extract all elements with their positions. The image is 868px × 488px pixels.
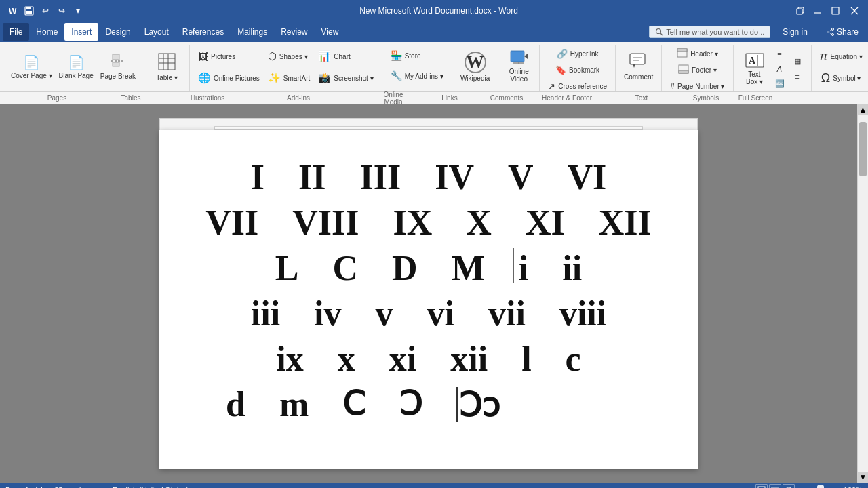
- chart-button[interactable]: 📊 Chart: [315, 46, 376, 66]
- text-option1-button[interactable]: ≡: [772, 47, 788, 61]
- menu-insert[interactable]: Insert: [64, 23, 98, 41]
- save-quick-button[interactable]: [22, 3, 37, 18]
- undo-quick-button[interactable]: ↩: [38, 3, 53, 18]
- equation-button[interactable]: π Equation ▾: [817, 46, 865, 66]
- header-button[interactable]: Header ▾: [667, 46, 727, 61]
- roman-X: X: [466, 203, 492, 243]
- cover-page-button[interactable]: 📄 Cover Page ▾: [8, 46, 55, 87]
- menu-design[interactable]: Design: [98, 23, 137, 41]
- roman-viii-lower: viii: [559, 293, 606, 333]
- restore-window-button[interactable]: [792, 3, 808, 19]
- window-title: New Microsoft Word Document.docx - Word: [85, 6, 792, 16]
- roman-l-lower: l: [521, 339, 531, 379]
- redo-quick-button[interactable]: ↪: [54, 3, 69, 18]
- share-button[interactable]: Share: [820, 25, 865, 39]
- header-label: Header ▾: [690, 50, 718, 58]
- maximize-button[interactable]: [827, 3, 844, 19]
- screenshot-button[interactable]: 📸 Screenshot ▾: [315, 68, 376, 88]
- table-button[interactable]: Table ▾: [150, 46, 184, 87]
- my-addins-button[interactable]: 🔧 My Add-ins ▾: [388, 66, 446, 85]
- scroll-up-button[interactable]: ▲: [858, 104, 868, 115]
- svg-line-11: [660, 33, 663, 36]
- menu-home[interactable]: Home: [29, 23, 64, 41]
- bookmark-button[interactable]: 🔖 Bookmark: [545, 62, 610, 77]
- shapes-button[interactable]: ⬡ Shapes ▾: [265, 46, 313, 66]
- minimize-button[interactable]: [810, 3, 826, 19]
- scrollbar-vertical[interactable]: ▲ ▼: [857, 104, 868, 483]
- roman-ii-lower: ii: [562, 248, 582, 288]
- scroll-track[interactable]: [858, 115, 868, 472]
- equation-label: Equation ▾: [831, 53, 863, 60]
- online-video-button[interactable]: OnlineVideo: [504, 46, 534, 87]
- hyperlink-button[interactable]: 🔗 Hyperlink: [545, 46, 610, 61]
- online-pictures-button[interactable]: 🌐 Online Pictures: [195, 68, 262, 88]
- roman-vii-lower: vii: [488, 293, 526, 333]
- print-layout-view-button[interactable]: [755, 484, 768, 488]
- read-mode-view-button[interactable]: [769, 484, 781, 488]
- roman-iv-lower: iv: [314, 293, 341, 333]
- close-button[interactable]: [846, 3, 863, 19]
- pictures-button[interactable]: 🖼 Pictures: [195, 46, 262, 66]
- menu-layout[interactable]: Layout: [138, 23, 176, 41]
- text-box-button[interactable]: A TextBox ▾: [739, 49, 770, 89]
- roman-row-2: VII VIII IX X XI XII: [214, 203, 644, 243]
- store-button[interactable]: 🏪 Store: [388, 46, 446, 65]
- search-bar[interactable]: Tell me what you want to do...: [649, 26, 770, 38]
- footer-label: Footer ▾: [692, 66, 717, 74]
- svg-rect-20: [159, 54, 175, 70]
- footer-button[interactable]: Footer ▾: [667, 62, 727, 77]
- scroll-thumb[interactable]: [859, 122, 867, 176]
- cross-reference-button[interactable]: ↗ Cross-reference: [545, 79, 610, 92]
- addins-group-label: Add-ins: [264, 94, 332, 102]
- menu-mailings[interactable]: Mailings: [231, 23, 274, 41]
- web-view-button[interactable]: [783, 484, 795, 488]
- quick-access-toolbar: W ↩ ↪ ▾: [5, 3, 85, 18]
- wikipedia-button[interactable]: W Wikipedia: [458, 46, 492, 87]
- online-video-icon: [510, 50, 528, 66]
- ribbon-group-symbols: π Equation ▾ Ω Symbol ▾: [812, 45, 869, 92]
- ribbon-group-online-media: OnlineVideo: [498, 45, 540, 92]
- comment-button[interactable]: Comment: [621, 46, 656, 87]
- ribbon-group-header-footer: Header ▾ Footer ▾ # Page Number ▾: [662, 45, 733, 92]
- roman-i-lower: i: [519, 248, 528, 288]
- svg-point-13: [831, 34, 833, 36]
- roman-VI: VI: [568, 157, 607, 197]
- menu-view[interactable]: View: [315, 23, 346, 41]
- blank-page-button[interactable]: 📄 Blank Page: [56, 46, 96, 87]
- text-option4-button[interactable]: ▦: [789, 55, 806, 68]
- menu-file[interactable]: File: [3, 23, 29, 41]
- bookmark-icon: 🔖: [555, 65, 566, 75]
- view-buttons: [755, 484, 795, 488]
- text-option4-icon: ▦: [794, 57, 801, 66]
- menu-review[interactable]: Review: [274, 23, 314, 41]
- text-option2-button[interactable]: A: [772, 62, 788, 76]
- menu-references[interactable]: References: [176, 23, 231, 41]
- svg-text:W: W: [9, 7, 17, 16]
- symbols-group-label: Symbols: [675, 94, 736, 102]
- text-option3-button[interactable]: 🔤: [772, 77, 788, 91]
- pictures-icon: 🖼: [198, 51, 208, 62]
- page-number-icon: #: [670, 81, 675, 91]
- page-number-button[interactable]: # Page Number ▾: [667, 79, 727, 92]
- status-bar-left: Page 1 of 1 35 words ✓ English (United S…: [5, 486, 189, 489]
- smartart-button[interactable]: ✨ SmartArt: [265, 68, 313, 88]
- ribbon-group-links: 🔗 Hyperlink 🔖 Bookmark ↗ Cross-reference: [540, 45, 616, 92]
- text-option5-button[interactable]: ≡: [789, 70, 806, 83]
- sign-in-button[interactable]: Sign in: [776, 25, 814, 39]
- online-media-group-label: Online Media: [374, 91, 412, 106]
- symbol-label: Symbol ▾: [833, 75, 861, 82]
- document-page[interactable]: I II III IV V VI VII VIII IX X XI XII: [159, 130, 698, 469]
- svg-rect-7: [832, 7, 839, 14]
- scroll-down-button[interactable]: ▼: [858, 472, 868, 483]
- text-box-label: TextBox ▾: [746, 70, 763, 85]
- comments-group-label: Comments: [487, 94, 526, 102]
- ruler: [159, 118, 698, 130]
- page-break-button[interactable]: Page Break: [98, 46, 138, 87]
- blank-page-label: Blank Page: [59, 72, 94, 79]
- blank-page-icon: 📄: [68, 54, 85, 70]
- document-scroll[interactable]: I II III IV V VI VII VIII IX X XI XII: [0, 104, 857, 483]
- roman-x-lower: x: [338, 339, 355, 379]
- svg-rect-17: [113, 54, 119, 60]
- customize-quick-access-button[interactable]: ▾: [71, 3, 85, 18]
- symbol-button[interactable]: Ω Symbol ▾: [817, 68, 865, 88]
